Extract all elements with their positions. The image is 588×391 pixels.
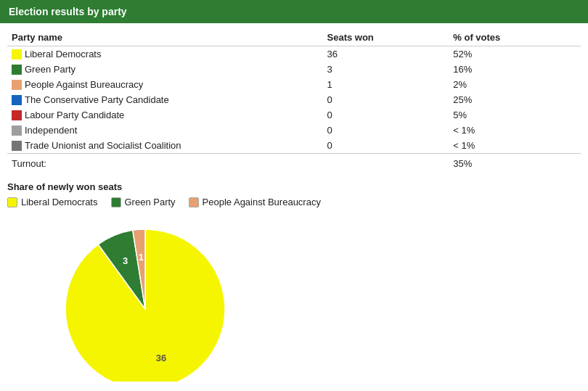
seats-cell: 36 — [323, 46, 449, 62]
legend-color — [111, 197, 121, 207]
party-name-cell: The Conservative Party Candidate — [7, 92, 323, 107]
pie-chart: 3631 — [51, 215, 254, 382]
table-section: Party name Seats won % of votes Liberal … — [0, 23, 588, 174]
header-bar: Election results by party — [0, 0, 588, 23]
party-color-indicator — [12, 65, 22, 75]
turnout-label: Turnout: — [7, 154, 323, 172]
votes-cell: 5% — [449, 107, 581, 123]
party-label: Trade Unionist and Socialist Coalition — [25, 140, 181, 151]
legend-item: Green Party — [111, 197, 176, 207]
party-label: The Conservative Party Candidate — [25, 94, 169, 105]
party-name-cell: Independent — [7, 123, 323, 138]
header-title: Election results by party — [9, 6, 127, 17]
turnout-seats — [323, 154, 449, 172]
pie-label: 3 — [123, 255, 128, 266]
votes-cell: 52% — [449, 46, 581, 62]
votes-cell: 25% — [449, 92, 581, 107]
table-row: Green Party 3 16% — [7, 62, 581, 77]
table-row: People Against Bureaucracy 1 2% — [7, 77, 581, 92]
chart-title: Share of newly won seats — [7, 181, 581, 192]
party-label: Labour Party Candidate — [25, 110, 124, 120]
votes-cell: 2% — [449, 77, 581, 92]
votes-cell: < 1% — [449, 123, 581, 138]
party-name-cell: Labour Party Candidate — [7, 107, 323, 123]
col-header-party: Party name — [7, 29, 323, 46]
party-color-indicator — [12, 125, 22, 136]
results-table: Party name Seats won % of votes Liberal … — [7, 29, 581, 171]
table-row: Independent 0 < 1% — [7, 123, 581, 138]
party-name-cell: Green Party — [7, 62, 323, 77]
seats-cell: 0 — [323, 123, 449, 138]
chart-legend: Liberal Democrats Green Party People Aga… — [7, 197, 581, 207]
seats-cell: 3 — [323, 62, 449, 77]
party-color-indicator — [12, 110, 22, 120]
pie-label: 1 — [139, 252, 144, 263]
party-label: People Against Bureaucracy — [25, 79, 143, 90]
party-label: Independent — [25, 125, 77, 136]
legend-color — [7, 197, 17, 207]
seats-cell: 0 — [323, 138, 449, 154]
turnout-row: Turnout: 35% — [7, 154, 581, 172]
votes-cell: 16% — [449, 62, 581, 77]
legend-item: Liberal Democrats — [7, 197, 98, 207]
table-row: The Conservative Party Candidate 0 25% — [7, 92, 581, 107]
party-label: Green Party — [25, 64, 75, 75]
party-name-cell: Trade Unionist and Socialist Coalition — [7, 138, 323, 154]
legend-label: People Against Bureaucracy — [203, 197, 321, 207]
party-color-indicator — [12, 95, 22, 105]
seats-cell: 1 — [323, 77, 449, 92]
legend-item: People Against Bureaucracy — [189, 197, 321, 207]
party-name-cell: People Against Bureaucracy — [7, 77, 323, 92]
party-color-indicator — [12, 80, 22, 90]
turnout-value: 35% — [449, 154, 581, 172]
page-container: Election results by party Party name Sea… — [0, 0, 588, 382]
party-color-indicator — [12, 141, 22, 151]
table-row: Liberal Democrats 36 52% — [7, 46, 581, 62]
party-color-indicator — [12, 49, 22, 59]
legend-color — [189, 197, 199, 207]
seats-cell: 0 — [323, 92, 449, 107]
pie-container: 3631 — [51, 215, 254, 382]
party-name-cell: Liberal Democrats — [7, 46, 323, 62]
col-header-votes: % of votes — [449, 29, 581, 46]
table-row: Labour Party Candidate 0 5% — [7, 107, 581, 123]
table-row: Trade Unionist and Socialist Coalition 0… — [7, 138, 581, 154]
col-header-seats: Seats won — [323, 29, 449, 46]
chart-section: Share of newly won seats Liberal Democra… — [0, 174, 588, 382]
party-label: Liberal Democrats — [25, 49, 102, 59]
seats-cell: 0 — [323, 107, 449, 123]
votes-cell: < 1% — [449, 138, 581, 154]
pie-label: 36 — [156, 353, 166, 363]
legend-label: Liberal Democrats — [21, 197, 98, 207]
legend-label: Green Party — [125, 197, 176, 207]
